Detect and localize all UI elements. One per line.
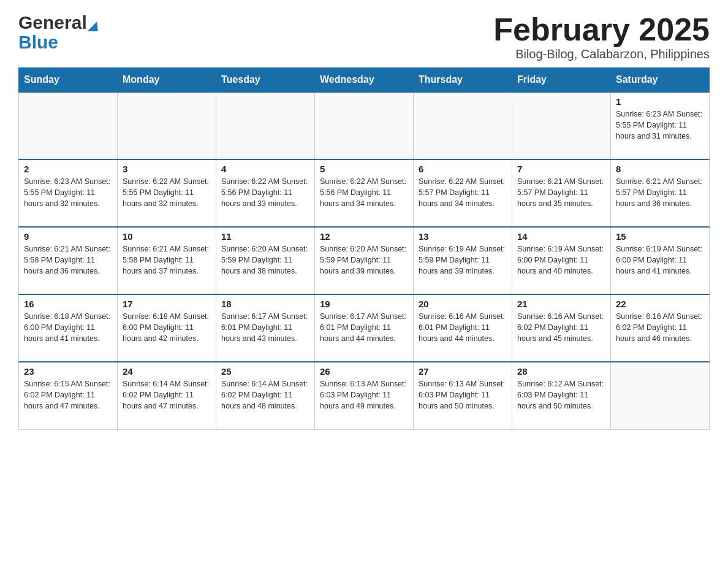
day-info: Sunrise: 6:19 AM Sunset: 5:59 PM Dayligh…: [419, 243, 507, 277]
calendar-cell: 12Sunrise: 6:20 AM Sunset: 5:59 PM Dayli…: [315, 227, 414, 294]
calendar-body: 1Sunrise: 6:23 AM Sunset: 5:55 PM Daylig…: [19, 92, 710, 429]
calendar-cell: 3Sunrise: 6:22 AM Sunset: 5:55 PM Daylig…: [118, 159, 216, 227]
day-info: Sunrise: 6:20 AM Sunset: 5:59 PM Dayligh…: [221, 243, 309, 277]
day-number: 18: [221, 299, 309, 309]
calendar-cell: 16Sunrise: 6:18 AM Sunset: 6:00 PM Dayli…: [19, 294, 118, 362]
day-info: Sunrise: 6:20 AM Sunset: 5:59 PM Dayligh…: [320, 243, 408, 277]
day-info: Sunrise: 6:23 AM Sunset: 5:55 PM Dayligh…: [616, 109, 704, 142]
calendar-cell: 2Sunrise: 6:23 AM Sunset: 5:55 PM Daylig…: [19, 159, 118, 227]
calendar-cell: 13Sunrise: 6:19 AM Sunset: 5:59 PM Dayli…: [414, 227, 512, 294]
calendar-cell: [19, 92, 118, 159]
day-number: 24: [123, 366, 211, 377]
day-info: Sunrise: 6:16 AM Sunset: 6:01 PM Dayligh…: [419, 311, 507, 344]
weekday-friday: Friday: [512, 68, 611, 93]
day-number: 21: [517, 299, 605, 309]
calendar-week-5: 23Sunrise: 6:15 AM Sunset: 6:02 PM Dayli…: [19, 362, 710, 429]
calendar-cell: 6Sunrise: 6:22 AM Sunset: 5:57 PM Daylig…: [414, 159, 512, 227]
calendar-cell: 17Sunrise: 6:18 AM Sunset: 6:00 PM Dayli…: [118, 294, 216, 362]
day-info: Sunrise: 6:21 AM Sunset: 5:58 PM Dayligh…: [123, 243, 211, 277]
calendar-header: SundayMondayTuesdayWednesdayThursdayFrid…: [19, 68, 710, 93]
day-number: 19: [320, 299, 408, 309]
day-number: 20: [419, 299, 507, 309]
calendar-cell: 10Sunrise: 6:21 AM Sunset: 5:58 PM Dayli…: [118, 227, 216, 294]
day-number: 7: [517, 164, 605, 174]
calendar-cell: 18Sunrise: 6:17 AM Sunset: 6:01 PM Dayli…: [216, 294, 315, 362]
weekday-header-row: SundayMondayTuesdayWednesdayThursdayFrid…: [19, 68, 710, 93]
day-number: 13: [419, 231, 507, 242]
day-number: 23: [24, 366, 112, 377]
day-info: Sunrise: 6:14 AM Sunset: 6:02 PM Dayligh…: [221, 378, 309, 412]
calendar-cell: 19Sunrise: 6:17 AM Sunset: 6:01 PM Dayli…: [315, 294, 414, 362]
day-info: Sunrise: 6:14 AM Sunset: 6:02 PM Dayligh…: [123, 378, 211, 412]
calendar-cell: 9Sunrise: 6:21 AM Sunset: 5:58 PM Daylig…: [19, 227, 118, 294]
calendar-cell: [512, 92, 611, 159]
day-info: Sunrise: 6:22 AM Sunset: 5:57 PM Dayligh…: [419, 176, 507, 209]
day-info: Sunrise: 6:18 AM Sunset: 6:00 PM Dayligh…: [24, 311, 112, 344]
day-number: 2: [24, 164, 112, 174]
calendar-cell: 20Sunrise: 6:16 AM Sunset: 6:01 PM Dayli…: [414, 294, 512, 362]
day-info: Sunrise: 6:16 AM Sunset: 6:02 PM Dayligh…: [517, 311, 605, 344]
day-info: Sunrise: 6:18 AM Sunset: 6:00 PM Dayligh…: [123, 311, 211, 344]
day-info: Sunrise: 6:21 AM Sunset: 5:57 PM Dayligh…: [517, 176, 605, 209]
weekday-tuesday: Tuesday: [216, 68, 315, 93]
day-info: Sunrise: 6:17 AM Sunset: 6:01 PM Dayligh…: [221, 311, 309, 344]
day-number: 14: [517, 231, 605, 242]
weekday-saturday: Saturday: [611, 68, 710, 93]
title-section: February 2025 Bilog-Bilog, Calabarzon, P…: [493, 12, 710, 61]
day-info: Sunrise: 6:21 AM Sunset: 5:57 PM Dayligh…: [616, 176, 704, 209]
calendar-cell: 23Sunrise: 6:15 AM Sunset: 6:02 PM Dayli…: [19, 362, 118, 429]
day-info: Sunrise: 6:12 AM Sunset: 6:03 PM Dayligh…: [517, 378, 605, 412]
day-info: Sunrise: 6:22 AM Sunset: 5:56 PM Dayligh…: [221, 176, 309, 209]
calendar-table: SundayMondayTuesdayWednesdayThursdayFrid…: [18, 67, 710, 430]
day-number: 12: [320, 231, 408, 242]
day-number: 1: [616, 96, 704, 107]
day-number: 26: [320, 366, 408, 377]
calendar-cell: 14Sunrise: 6:19 AM Sunset: 6:00 PM Dayli…: [512, 227, 611, 294]
day-info: Sunrise: 6:19 AM Sunset: 6:00 PM Dayligh…: [517, 243, 605, 277]
logo-general: General: [18, 12, 99, 33]
day-number: 22: [616, 299, 704, 309]
calendar-week-1: 1Sunrise: 6:23 AM Sunset: 5:55 PM Daylig…: [19, 92, 710, 159]
calendar-cell: 28Sunrise: 6:12 AM Sunset: 6:03 PM Dayli…: [512, 362, 611, 429]
calendar-cell: 22Sunrise: 6:16 AM Sunset: 6:02 PM Dayli…: [611, 294, 710, 362]
day-number: 6: [419, 164, 507, 174]
logo: General Blue: [18, 12, 99, 53]
calendar-week-3: 9Sunrise: 6:21 AM Sunset: 5:58 PM Daylig…: [19, 227, 710, 294]
day-number: 27: [419, 366, 507, 377]
weekday-sunday: Sunday: [19, 68, 118, 93]
day-number: 25: [221, 366, 309, 377]
day-info: Sunrise: 6:15 AM Sunset: 6:02 PM Dayligh…: [24, 378, 112, 412]
weekday-wednesday: Wednesday: [315, 68, 414, 93]
location-title: Bilog-Bilog, Calabarzon, Philippines: [493, 47, 710, 61]
calendar-cell: 26Sunrise: 6:13 AM Sunset: 6:03 PM Dayli…: [315, 362, 414, 429]
calendar-cell: 15Sunrise: 6:19 AM Sunset: 6:00 PM Dayli…: [611, 227, 710, 294]
day-number: 4: [221, 164, 309, 174]
day-info: Sunrise: 6:13 AM Sunset: 6:03 PM Dayligh…: [419, 378, 507, 412]
calendar-week-2: 2Sunrise: 6:23 AM Sunset: 5:55 PM Daylig…: [19, 159, 710, 227]
day-number: 10: [123, 231, 211, 242]
day-number: 3: [123, 164, 211, 174]
calendar-cell: [216, 92, 315, 159]
logo-blue: Blue: [18, 32, 58, 53]
calendar-cell: 27Sunrise: 6:13 AM Sunset: 6:03 PM Dayli…: [414, 362, 512, 429]
calendar-cell: 5Sunrise: 6:22 AM Sunset: 5:56 PM Daylig…: [315, 159, 414, 227]
calendar-cell: 8Sunrise: 6:21 AM Sunset: 5:57 PM Daylig…: [611, 159, 710, 227]
calendar-cell: 1Sunrise: 6:23 AM Sunset: 5:55 PM Daylig…: [611, 92, 710, 159]
calendar-cell: 11Sunrise: 6:20 AM Sunset: 5:59 PM Dayli…: [216, 227, 315, 294]
calendar-cell: 24Sunrise: 6:14 AM Sunset: 6:02 PM Dayli…: [118, 362, 216, 429]
calendar-cell: 25Sunrise: 6:14 AM Sunset: 6:02 PM Dayli…: [216, 362, 315, 429]
day-info: Sunrise: 6:13 AM Sunset: 6:03 PM Dayligh…: [320, 378, 408, 412]
month-title: February 2025: [493, 12, 710, 47]
day-number: 17: [123, 299, 211, 309]
day-info: Sunrise: 6:17 AM Sunset: 6:01 PM Dayligh…: [320, 311, 408, 344]
calendar-cell: 4Sunrise: 6:22 AM Sunset: 5:56 PM Daylig…: [216, 159, 315, 227]
calendar-cell: [118, 92, 216, 159]
day-number: 5: [320, 164, 408, 174]
calendar-cell: [611, 362, 710, 429]
day-info: Sunrise: 6:21 AM Sunset: 5:58 PM Dayligh…: [24, 243, 112, 277]
calendar-week-4: 16Sunrise: 6:18 AM Sunset: 6:00 PM Dayli…: [19, 294, 710, 362]
day-info: Sunrise: 6:22 AM Sunset: 5:55 PM Dayligh…: [123, 176, 211, 209]
calendar-cell: 21Sunrise: 6:16 AM Sunset: 6:02 PM Dayli…: [512, 294, 611, 362]
calendar-cell: [315, 92, 414, 159]
calendar-cell: [414, 92, 512, 159]
